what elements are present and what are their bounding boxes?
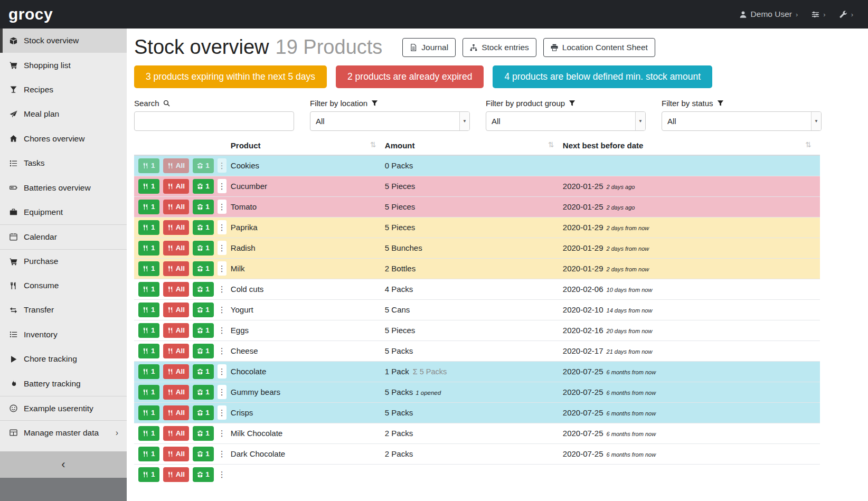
consume-all-button[interactable]: All	[163, 220, 189, 235]
user-menu[interactable]: Demo User ›	[739, 10, 798, 19]
sidebar-item-manage-master-data[interactable]: Manage master data ›	[0, 420, 127, 445]
sidebar-item-meal-plan[interactable]: Meal plan	[0, 102, 127, 126]
filter-select[interactable]: All ▼	[310, 111, 470, 131]
open-one-button[interactable]: 1	[193, 385, 214, 400]
open-one-button[interactable]: 1	[193, 447, 214, 461]
consume-one-button[interactable]: 1	[138, 200, 159, 214]
sidebar-item-purchase[interactable]: Purchase	[0, 249, 127, 273]
open-one-button[interactable]: 1	[193, 405, 214, 420]
sidebar-item-transfer[interactable]: Transfer	[0, 298, 127, 322]
open-one-button[interactable]: 1	[193, 467, 214, 482]
row-menu-button[interactable]: ⋮	[218, 282, 227, 296]
row-menu-button[interactable]: ⋮	[218, 179, 227, 193]
row-menu-button[interactable]: ⋮	[218, 200, 227, 214]
row-menu-button[interactable]: ⋮	[218, 405, 227, 420]
consume-all-button[interactable]: All	[163, 158, 189, 173]
status-banner-info[interactable]: 4 products are below defined min. stock …	[493, 65, 712, 88]
consume-one-button[interactable]: 1	[138, 426, 159, 441]
sidebar-item-equipment[interactable]: Equipment	[0, 200, 127, 224]
row-menu-button[interactable]: ⋮	[218, 467, 227, 481]
sidebar-item-calendar[interactable]: Calendar	[0, 224, 127, 249]
consume-one-button[interactable]: 1	[138, 323, 159, 338]
open-one-button[interactable]: 1	[193, 158, 214, 173]
consume-one-button[interactable]: 1	[138, 220, 159, 235]
admin-menu[interactable]: ›	[839, 11, 853, 18]
sidebar-item-chores-overview[interactable]: Chores overview	[0, 127, 127, 151]
row-menu-button[interactable]: ⋮	[218, 344, 227, 358]
sidebar-item-example-userentity[interactable]: Example userentity	[0, 396, 127, 420]
sidebar-item-recipes[interactable]: Recipes	[0, 78, 127, 102]
consume-all-button[interactable]: All	[163, 241, 189, 256]
consume-all-button[interactable]: All	[163, 261, 189, 276]
settings-menu[interactable]: ›	[812, 11, 825, 18]
sidebar-item-batteries-overview[interactable]: Batteries overview	[0, 175, 127, 200]
sidebar-item-consume[interactable]: Consume	[0, 273, 127, 298]
search-input[interactable]	[134, 111, 294, 131]
open-one-button[interactable]: 1	[193, 344, 214, 358]
sidebar-item-battery-tracking[interactable]: Battery tracking	[0, 371, 127, 395]
sort-icon[interactable]: ⇅	[370, 141, 376, 148]
consume-all-button[interactable]: All	[163, 467, 189, 482]
sidebar-item-inventory[interactable]: Inventory	[0, 323, 127, 347]
row-menu-button[interactable]: ⋮	[218, 447, 227, 461]
row-menu-button[interactable]: ⋮	[218, 364, 227, 379]
row-menu-button[interactable]: ⋮	[218, 220, 227, 234]
consume-all-button[interactable]: All	[163, 323, 189, 338]
consume-one-button[interactable]: 1	[138, 447, 159, 461]
open-one-button[interactable]: 1	[193, 303, 214, 317]
consume-one-button[interactable]: 1	[138, 385, 159, 400]
row-menu-button[interactable]: ⋮	[218, 303, 227, 317]
row-menu-button[interactable]: ⋮	[218, 385, 227, 399]
app-logo[interactable]: grocy	[8, 5, 53, 23]
status-banner-warning[interactable]: 3 products expiring within the next 5 da…	[134, 65, 327, 88]
consume-one-button[interactable]: 1	[138, 158, 159, 173]
toolbar-button-location-content-sheet[interactable]: Location Content Sheet	[543, 38, 655, 57]
filter-select[interactable]: All ▼	[486, 111, 646, 131]
consume-one-button[interactable]: 1	[138, 303, 159, 317]
sidebar-collapse-button[interactable]: ‹	[0, 451, 127, 478]
row-menu-button[interactable]: ⋮	[218, 261, 227, 276]
open-one-button[interactable]: 1	[193, 282, 214, 297]
open-one-button[interactable]: 1	[193, 426, 214, 441]
consume-one-button[interactable]: 1	[138, 179, 159, 194]
sidebar-item-shopping-list[interactable]: Shopping list	[0, 53, 127, 77]
consume-all-button[interactable]: All	[163, 447, 189, 461]
consume-one-button[interactable]: 1	[138, 282, 159, 297]
consume-all-button[interactable]: All	[163, 344, 189, 358]
consume-all-button[interactable]: All	[163, 405, 189, 420]
row-menu-button[interactable]: ⋮	[218, 158, 227, 173]
sort-icon[interactable]: ⇅	[548, 141, 554, 148]
open-one-button[interactable]: 1	[193, 241, 214, 256]
sidebar-item-chore-tracking[interactable]: Chore tracking	[0, 347, 127, 371]
consume-all-button[interactable]: All	[163, 364, 189, 379]
open-one-button[interactable]: 1	[193, 323, 214, 338]
consume-all-button[interactable]: All	[163, 426, 189, 441]
status-banner-danger[interactable]: 2 products are already expired	[336, 65, 484, 88]
sort-icon[interactable]: ⇅	[805, 141, 812, 148]
open-one-button[interactable]: 1	[193, 200, 214, 214]
row-menu-button[interactable]: ⋮	[218, 426, 227, 440]
consume-all-button[interactable]: All	[163, 200, 189, 214]
open-one-button[interactable]: 1	[193, 261, 214, 276]
col-product-header[interactable]: Product ⇅	[231, 137, 385, 155]
consume-one-button[interactable]: 1	[138, 405, 159, 420]
toolbar-button-stock-entries[interactable]: Stock entries	[463, 38, 536, 57]
consume-all-button[interactable]: All	[163, 282, 189, 297]
toolbar-button-journal[interactable]: Journal	[402, 38, 456, 57]
row-menu-button[interactable]: ⋮	[218, 323, 227, 337]
consume-one-button[interactable]: 1	[138, 241, 159, 256]
consume-all-button[interactable]: All	[163, 179, 189, 194]
sidebar-item-stock-overview[interactable]: Stock overview	[0, 29, 127, 53]
open-one-button[interactable]: 1	[193, 220, 214, 235]
consume-all-button[interactable]: All	[163, 303, 189, 317]
consume-all-button[interactable]: All	[163, 385, 189, 400]
filter-select[interactable]: All ▼	[662, 111, 822, 131]
open-one-button[interactable]: 1	[193, 364, 214, 379]
row-menu-button[interactable]: ⋮	[218, 241, 227, 255]
consume-one-button[interactable]: 1	[138, 467, 159, 482]
sidebar-item-tasks[interactable]: Tasks	[0, 151, 127, 175]
open-one-button[interactable]: 1	[193, 179, 214, 194]
consume-one-button[interactable]: 1	[138, 261, 159, 276]
consume-one-button[interactable]: 1	[138, 344, 159, 358]
col-amount-header[interactable]: Amount ⇅	[385, 137, 563, 155]
